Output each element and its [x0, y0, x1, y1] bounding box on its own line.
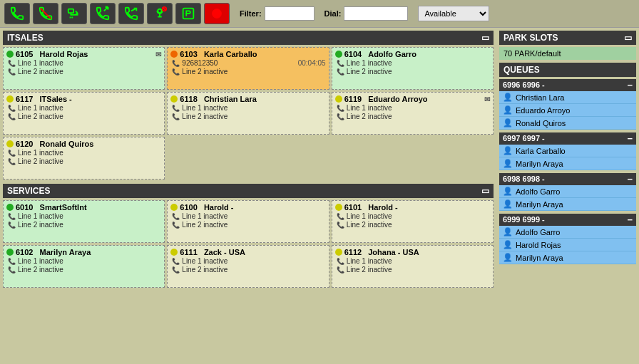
agent-line2-6010: 📞 Line 2 inactive: [6, 221, 161, 229]
queue-header-6999: 6999 6999 - −: [499, 214, 636, 226]
queue-member[interactable]: 👤 Christian Lara: [499, 91, 636, 104]
agent-line2-6104: 📞 Line 2 inactive: [335, 68, 490, 76]
agent-name-6104: 6104 Adolfo Garro: [335, 50, 490, 58]
agent-line2-6102: 📞 Line 2 inactive: [6, 266, 161, 274]
agent-line2-6119: 📞 Line 2 inactive: [335, 113, 490, 120]
itsales-title: ITSALES: [7, 33, 44, 43]
queue-minus-6998[interactable]: −: [627, 175, 633, 184]
status-dot-6010: [6, 204, 14, 211]
status-dot-6119: [335, 95, 342, 103]
agent-card-6100[interactable]: 6100 Harold - 📞 Line 1 inactive 📞 Line 2…: [167, 200, 329, 243]
left-panel: ITSALES ▭ 6105 Harold Rojas ✉ 📞 Line 1 i…: [0, 28, 496, 363]
agent-card-6120[interactable]: 6120 Ronald Quiros 📞 Line 1 inactive 📞 L…: [3, 137, 165, 180]
agent-name-6102: 6102 Marilyn Araya: [6, 248, 161, 256]
services-header: SERVICES ▭: [3, 184, 494, 198]
mute-button[interactable]: [147, 3, 173, 24]
status-dot-6100: [170, 204, 178, 211]
phone-icon: 📞: [337, 105, 344, 112]
envelope-icon-6105: ✉: [155, 51, 161, 58]
status-dot-6118: [170, 95, 178, 103]
agent-line1-6104: 📞 Line 1 inactive: [335, 59, 490, 67]
agent-name-6100: 6100 Harold -: [170, 203, 325, 212]
park-slots-collapse[interactable]: ▭: [624, 33, 632, 42]
queue-member[interactable]: 👤 Marilyn Araya: [499, 251, 636, 264]
itsales-grid: 6105 Harold Rojas ✉ 📞 Line 1 inactive 📞 …: [3, 47, 494, 180]
svg-point-6: [158, 9, 162, 13]
agent-card-6112[interactable]: 6112 Johana - USA 📞 Line 1 inactive 📞 Li…: [332, 245, 494, 288]
agent-line1-6120: 📞 Line 1 inactive: [6, 149, 161, 157]
queue-member[interactable]: 👤 Ronald Quiros: [499, 117, 636, 130]
record-button[interactable]: [204, 3, 230, 24]
svg-line-5: [131, 9, 136, 11]
agent-name-6103: 6103 Karla Carballo: [170, 50, 325, 58]
queue-minus-6999[interactable]: −: [627, 215, 633, 224]
status-dot-6112: [335, 249, 342, 256]
status-select[interactable]: Available Busy Away: [418, 6, 489, 21]
itsales-collapse[interactable]: ▭: [481, 33, 489, 42]
phone-icon: 📞: [172, 105, 180, 112]
queue-member[interactable]: 👤 Karla Carballo: [499, 145, 636, 157]
agent-line1-6100: 📞 Line 1 inactive: [170, 212, 325, 220]
dial-input[interactable]: [344, 6, 408, 21]
queue-minus-6997[interactable]: −: [627, 134, 633, 143]
phone-icon: 📞: [172, 60, 180, 67]
status-dot-6102: [6, 249, 14, 256]
agent-line1-6010: 📞 Line 1 inactive: [6, 212, 161, 220]
agent-card-6010[interactable]: 6010 SmartSoftInt 📞 Line 1 inactive 📞 Li…: [3, 200, 165, 243]
phone-icon: 📞: [8, 113, 16, 120]
phone-icon: 📞: [337, 258, 344, 265]
agent-line1-6119: 📞 Line 1 inactive: [335, 104, 490, 112]
itsales-section: ITSALES ▭ 6105 Harold Rojas ✉ 📞 Line 1 i…: [3, 31, 494, 180]
agent-card-6105[interactable]: 6105 Harold Rojas ✉ 📞 Line 1 inactive 📞 …: [3, 47, 165, 90]
person-icon: 👤: [503, 240, 513, 249]
person-icon: 👤: [503, 159, 513, 168]
queues-section: QUEUES 6996 6996 - − 👤 Christian Lara 👤 …: [499, 63, 636, 264]
queue-member[interactable]: 👤 Marilyn Araya: [499, 157, 636, 170]
services-collapse[interactable]: ▭: [481, 187, 489, 195]
status-dot-6103: [170, 51, 178, 58]
phone-icon: 📞: [8, 68, 16, 76]
park-button[interactable]: [175, 3, 201, 24]
filter-input[interactable]: [265, 6, 315, 21]
agent-card-6102[interactable]: 6102 Marilyn Araya 📞 Line 1 inactive 📞 L…: [3, 245, 165, 288]
queue-member[interactable]: 👤 Harold Rojas: [499, 239, 636, 251]
agent-card-6118[interactable]: 6118 Christian Lara 📞 Line 1 inactive 📞 …: [167, 92, 329, 135]
queue-header-6998: 6998 6998 - −: [499, 173, 636, 185]
park-slots-header: PARK SLOTS ▭: [499, 31, 636, 45]
queue-header-6997: 6997 6997 - −: [499, 132, 636, 145]
agent-card-6111[interactable]: 6111 Zack - USA 📞 Line 1 inactive 📞 Line…: [167, 245, 329, 288]
status-dot-6111: [170, 249, 178, 256]
phone-icon: 📞: [172, 113, 180, 120]
agent-card-6119[interactable]: 6119 Eduardo Arroyo ✉ 📞 Line 1 inactive …: [332, 92, 494, 135]
agent-card-6104[interactable]: 6104 Adolfo Garro 📞 Line 1 inactive 📞 Li…: [332, 47, 494, 90]
phone-icon: 📞: [172, 213, 180, 220]
queue-member[interactable]: 👤 Adolfo Garro: [499, 226, 636, 239]
hangup-button[interactable]: [33, 3, 58, 24]
agent-card-6117[interactable]: 6117 ITSales - 📞 Line 1 inactive 📞 Line …: [3, 92, 165, 135]
forward-button[interactable]: [118, 3, 144, 24]
person-icon: 👤: [503, 118, 513, 128]
park-slot-item[interactable]: 70 PARK/default: [499, 47, 636, 60]
filter-label: Filter:: [240, 9, 262, 18]
queue-member[interactable]: 👤 Adolfo Garro: [499, 185, 636, 198]
phone-icon: 📞: [172, 222, 180, 229]
agent-line1-6118: 📞 Line 1 inactive: [170, 104, 325, 112]
agent-line1-6105: 📞 Line 1 inactive: [6, 59, 161, 67]
queue-member[interactable]: 👤 Marilyn Araya: [499, 198, 636, 211]
queue-label-6998: 6998 6998 -: [503, 175, 545, 184]
transfer-button[interactable]: [61, 3, 87, 24]
person-icon: 👤: [503, 93, 513, 102]
agent-line2-6105: 📞 Line 2 inactive: [6, 68, 161, 76]
queue-minus-6996[interactable]: −: [627, 80, 633, 90]
queue-member[interactable]: 👤 Eduardo Arroyo: [499, 104, 636, 117]
person-icon: 👤: [503, 105, 513, 115]
phone-icon: 📞: [8, 60, 16, 67]
person-icon: 👤: [503, 187, 513, 196]
queues-title: QUEUES: [503, 65, 540, 75]
services-section: SERVICES ▭ 6010 SmartSoftInt 📞 Line 1 in…: [3, 184, 494, 288]
agent-card-6103[interactable]: 6103 Karla Carballo 📞 926812350 00:04:05…: [167, 47, 329, 90]
answer-button[interactable]: [4, 3, 30, 24]
agent-card-6101[interactable]: 6101 Harold - 📞 Line 1 inactive 📞 Line 2…: [332, 200, 494, 243]
itsales-header: ITSALES ▭: [3, 31, 494, 45]
hold-button[interactable]: [90, 3, 116, 24]
